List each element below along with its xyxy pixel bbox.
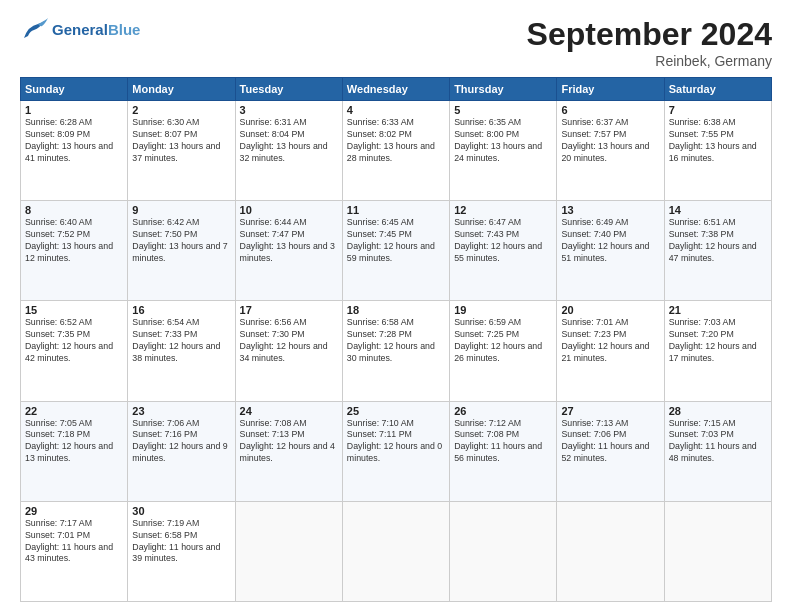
day-number: 28 bbox=[669, 405, 767, 417]
calendar-header-thursday: Thursday bbox=[450, 78, 557, 101]
day-number: 25 bbox=[347, 405, 445, 417]
day-detail: Sunrise: 7:17 AM Sunset: 7:01 PM Dayligh… bbox=[25, 518, 123, 566]
calendar-cell bbox=[450, 501, 557, 601]
day-detail: Sunrise: 6:35 AM Sunset: 8:00 PM Dayligh… bbox=[454, 117, 552, 165]
day-detail: Sunrise: 6:28 AM Sunset: 8:09 PM Dayligh… bbox=[25, 117, 123, 165]
day-number: 8 bbox=[25, 204, 123, 216]
calendar-cell: 18 Sunrise: 6:58 AM Sunset: 7:28 PM Dayl… bbox=[342, 301, 449, 401]
day-detail: Sunrise: 6:37 AM Sunset: 7:57 PM Dayligh… bbox=[561, 117, 659, 165]
day-number: 18 bbox=[347, 304, 445, 316]
day-number: 10 bbox=[240, 204, 338, 216]
calendar-cell: 11 Sunrise: 6:45 AM Sunset: 7:45 PM Dayl… bbox=[342, 201, 449, 301]
day-detail: Sunrise: 6:31 AM Sunset: 8:04 PM Dayligh… bbox=[240, 117, 338, 165]
calendar-cell: 22 Sunrise: 7:05 AM Sunset: 7:18 PM Dayl… bbox=[21, 401, 128, 501]
calendar-cell: 10 Sunrise: 6:44 AM Sunset: 7:47 PM Dayl… bbox=[235, 201, 342, 301]
calendar-cell: 14 Sunrise: 6:51 AM Sunset: 7:38 PM Dayl… bbox=[664, 201, 771, 301]
day-detail: Sunrise: 6:33 AM Sunset: 8:02 PM Dayligh… bbox=[347, 117, 445, 165]
day-number: 27 bbox=[561, 405, 659, 417]
day-detail: Sunrise: 7:08 AM Sunset: 7:13 PM Dayligh… bbox=[240, 418, 338, 466]
day-number: 24 bbox=[240, 405, 338, 417]
calendar-cell bbox=[235, 501, 342, 601]
day-detail: Sunrise: 7:13 AM Sunset: 7:06 PM Dayligh… bbox=[561, 418, 659, 466]
day-detail: Sunrise: 6:56 AM Sunset: 7:30 PM Dayligh… bbox=[240, 317, 338, 365]
day-detail: Sunrise: 6:40 AM Sunset: 7:52 PM Dayligh… bbox=[25, 217, 123, 265]
day-detail: Sunrise: 7:15 AM Sunset: 7:03 PM Dayligh… bbox=[669, 418, 767, 466]
calendar-cell: 4 Sunrise: 6:33 AM Sunset: 8:02 PM Dayli… bbox=[342, 101, 449, 201]
logo: GeneralBlue bbox=[20, 16, 140, 44]
day-detail: Sunrise: 7:10 AM Sunset: 7:11 PM Dayligh… bbox=[347, 418, 445, 466]
day-number: 12 bbox=[454, 204, 552, 216]
day-number: 29 bbox=[25, 505, 123, 517]
calendar-header-tuesday: Tuesday bbox=[235, 78, 342, 101]
calendar-cell: 9 Sunrise: 6:42 AM Sunset: 7:50 PM Dayli… bbox=[128, 201, 235, 301]
calendar-week-row: 22 Sunrise: 7:05 AM Sunset: 7:18 PM Dayl… bbox=[21, 401, 772, 501]
calendar-week-row: 15 Sunrise: 6:52 AM Sunset: 7:35 PM Dayl… bbox=[21, 301, 772, 401]
calendar-cell: 16 Sunrise: 6:54 AM Sunset: 7:33 PM Dayl… bbox=[128, 301, 235, 401]
logo-text: GeneralBlue bbox=[52, 22, 140, 39]
calendar-cell: 7 Sunrise: 6:38 AM Sunset: 7:55 PM Dayli… bbox=[664, 101, 771, 201]
calendar-cell: 17 Sunrise: 6:56 AM Sunset: 7:30 PM Dayl… bbox=[235, 301, 342, 401]
calendar-cell: 27 Sunrise: 7:13 AM Sunset: 7:06 PM Dayl… bbox=[557, 401, 664, 501]
day-number: 11 bbox=[347, 204, 445, 216]
calendar-table: SundayMondayTuesdayWednesdayThursdayFrid… bbox=[20, 77, 772, 602]
day-number: 21 bbox=[669, 304, 767, 316]
calendar-cell: 25 Sunrise: 7:10 AM Sunset: 7:11 PM Dayl… bbox=[342, 401, 449, 501]
calendar-cell: 20 Sunrise: 7:01 AM Sunset: 7:23 PM Dayl… bbox=[557, 301, 664, 401]
day-number: 3 bbox=[240, 104, 338, 116]
day-number: 19 bbox=[454, 304, 552, 316]
calendar-cell bbox=[557, 501, 664, 601]
calendar-cell: 3 Sunrise: 6:31 AM Sunset: 8:04 PM Dayli… bbox=[235, 101, 342, 201]
day-number: 7 bbox=[669, 104, 767, 116]
day-number: 17 bbox=[240, 304, 338, 316]
day-number: 4 bbox=[347, 104, 445, 116]
calendar-cell: 26 Sunrise: 7:12 AM Sunset: 7:08 PM Dayl… bbox=[450, 401, 557, 501]
day-number: 26 bbox=[454, 405, 552, 417]
day-detail: Sunrise: 6:59 AM Sunset: 7:25 PM Dayligh… bbox=[454, 317, 552, 365]
calendar-cell: 15 Sunrise: 6:52 AM Sunset: 7:35 PM Dayl… bbox=[21, 301, 128, 401]
day-number: 5 bbox=[454, 104, 552, 116]
day-detail: Sunrise: 6:47 AM Sunset: 7:43 PM Dayligh… bbox=[454, 217, 552, 265]
day-detail: Sunrise: 6:51 AM Sunset: 7:38 PM Dayligh… bbox=[669, 217, 767, 265]
logo-general: General bbox=[52, 21, 108, 38]
day-detail: Sunrise: 6:54 AM Sunset: 7:33 PM Dayligh… bbox=[132, 317, 230, 365]
day-number: 2 bbox=[132, 104, 230, 116]
calendar-cell: 29 Sunrise: 7:17 AM Sunset: 7:01 PM Dayl… bbox=[21, 501, 128, 601]
calendar-cell: 8 Sunrise: 6:40 AM Sunset: 7:52 PM Dayli… bbox=[21, 201, 128, 301]
day-detail: Sunrise: 7:06 AM Sunset: 7:16 PM Dayligh… bbox=[132, 418, 230, 466]
header: GeneralBlue September 2024 Reinbek, Germ… bbox=[20, 16, 772, 69]
day-detail: Sunrise: 7:19 AM Sunset: 6:58 PM Dayligh… bbox=[132, 518, 230, 566]
day-detail: Sunrise: 6:44 AM Sunset: 7:47 PM Dayligh… bbox=[240, 217, 338, 265]
calendar-week-row: 8 Sunrise: 6:40 AM Sunset: 7:52 PM Dayli… bbox=[21, 201, 772, 301]
day-detail: Sunrise: 6:58 AM Sunset: 7:28 PM Dayligh… bbox=[347, 317, 445, 365]
day-detail: Sunrise: 7:03 AM Sunset: 7:20 PM Dayligh… bbox=[669, 317, 767, 365]
day-detail: Sunrise: 6:38 AM Sunset: 7:55 PM Dayligh… bbox=[669, 117, 767, 165]
day-detail: Sunrise: 7:01 AM Sunset: 7:23 PM Dayligh… bbox=[561, 317, 659, 365]
day-detail: Sunrise: 6:49 AM Sunset: 7:40 PM Dayligh… bbox=[561, 217, 659, 265]
calendar-header-row: SundayMondayTuesdayWednesdayThursdayFrid… bbox=[21, 78, 772, 101]
calendar-cell: 28 Sunrise: 7:15 AM Sunset: 7:03 PM Dayl… bbox=[664, 401, 771, 501]
title-block: September 2024 Reinbek, Germany bbox=[527, 16, 772, 69]
logo-blue: Blue bbox=[108, 21, 141, 38]
day-number: 16 bbox=[132, 304, 230, 316]
calendar-header-monday: Monday bbox=[128, 78, 235, 101]
day-detail: Sunrise: 7:12 AM Sunset: 7:08 PM Dayligh… bbox=[454, 418, 552, 466]
calendar-cell: 6 Sunrise: 6:37 AM Sunset: 7:57 PM Dayli… bbox=[557, 101, 664, 201]
calendar-week-row: 29 Sunrise: 7:17 AM Sunset: 7:01 PM Dayl… bbox=[21, 501, 772, 601]
calendar-cell: 23 Sunrise: 7:06 AM Sunset: 7:16 PM Dayl… bbox=[128, 401, 235, 501]
day-detail: Sunrise: 6:30 AM Sunset: 8:07 PM Dayligh… bbox=[132, 117, 230, 165]
day-number: 1 bbox=[25, 104, 123, 116]
calendar-cell: 1 Sunrise: 6:28 AM Sunset: 8:09 PM Dayli… bbox=[21, 101, 128, 201]
day-number: 30 bbox=[132, 505, 230, 517]
calendar-cell: 12 Sunrise: 6:47 AM Sunset: 7:43 PM Dayl… bbox=[450, 201, 557, 301]
calendar-cell: 30 Sunrise: 7:19 AM Sunset: 6:58 PM Dayl… bbox=[128, 501, 235, 601]
day-number: 9 bbox=[132, 204, 230, 216]
calendar-cell: 19 Sunrise: 6:59 AM Sunset: 7:25 PM Dayl… bbox=[450, 301, 557, 401]
calendar-week-row: 1 Sunrise: 6:28 AM Sunset: 8:09 PM Dayli… bbox=[21, 101, 772, 201]
day-detail: Sunrise: 6:45 AM Sunset: 7:45 PM Dayligh… bbox=[347, 217, 445, 265]
calendar-cell: 13 Sunrise: 6:49 AM Sunset: 7:40 PM Dayl… bbox=[557, 201, 664, 301]
day-number: 22 bbox=[25, 405, 123, 417]
day-number: 13 bbox=[561, 204, 659, 216]
day-detail: Sunrise: 6:52 AM Sunset: 7:35 PM Dayligh… bbox=[25, 317, 123, 365]
calendar-cell bbox=[664, 501, 771, 601]
day-detail: Sunrise: 6:42 AM Sunset: 7:50 PM Dayligh… bbox=[132, 217, 230, 265]
